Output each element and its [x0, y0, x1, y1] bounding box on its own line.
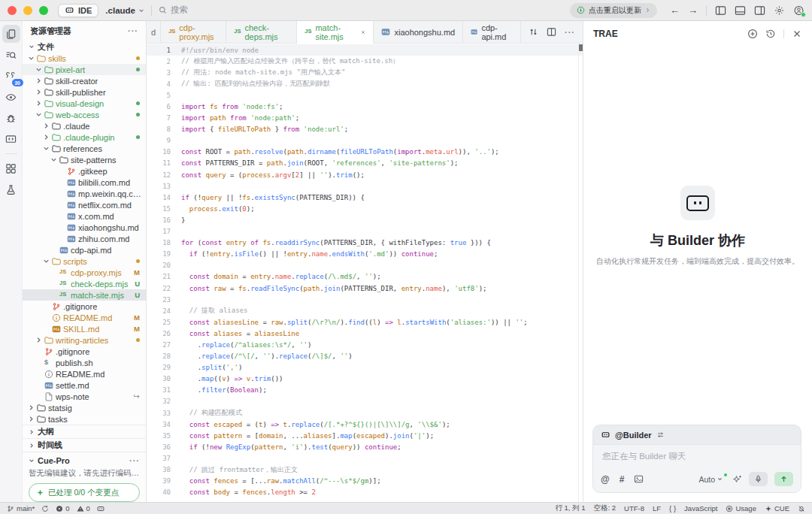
code-line[interactable]: 1#!/usr/bin/env node: [147, 44, 583, 56]
code-line[interactable]: 21 const domain = entry.name.replace(/\.…: [147, 271, 583, 283]
tree-item[interactable]: .gitignore: [23, 346, 146, 357]
activity-debug-icon[interactable]: [2, 109, 20, 127]
tree-item[interactable]: .claude: [23, 120, 146, 132]
tree-item[interactable]: JSmatch-site.mjsU: [23, 289, 146, 301]
code-line[interactable]: 29 .split(','): [147, 362, 583, 373]
tree-item[interactable]: README.md: [23, 368, 146, 379]
close-panel-icon[interactable]: [792, 29, 802, 39]
tree-item[interactable]: site-patterns: [23, 154, 146, 165]
close-window-button[interactable]: [8, 6, 17, 15]
tree-item[interactable]: xiaohongshu.md: [23, 222, 146, 233]
toggle-bottom-panel-button[interactable]: [735, 5, 746, 16]
tree-item[interactable]: bilibili.com.md: [23, 177, 146, 188]
status-item-0[interactable]: 0: [56, 504, 69, 512]
activity-test-icon[interactable]: [2, 180, 20, 198]
code-line[interactable]: 24 // 提取 aliases: [147, 305, 583, 316]
tree-item[interactable]: pixel-art: [23, 64, 146, 75]
status-item-usage[interactable]: Usage: [726, 504, 756, 512]
open-changes-icon[interactable]: [529, 27, 538, 37]
tree-item[interactable]: README.mdM: [23, 312, 146, 323]
activity-apps-icon[interactable]: [2, 159, 20, 177]
activity-remote-icon[interactable]: [2, 130, 20, 148]
editor-tab[interactable]: xiaohongshu.md: [374, 21, 463, 43]
minimize-window-button[interactable]: [23, 6, 32, 15]
close-tab-icon[interactable]: [361, 29, 365, 35]
code-line[interactable]: 20: [147, 260, 583, 271]
code-line[interactable]: 30 .map((v) => v.trim()): [147, 373, 583, 385]
restart-to-update-button[interactable]: 点击重启以更新: [570, 3, 657, 18]
ide-mode-badge[interactable]: IDE: [58, 4, 98, 17]
code-line[interactable]: 26 const aliases = aliasesLine: [147, 328, 583, 339]
code-line[interactable]: 2// 根据用户输入匹配站点经验文件（跨平台，替代 match-site.sh）: [147, 56, 583, 67]
code-line[interactable]: 16}: [147, 214, 583, 225]
code-line[interactable]: 7import path from 'node:path';: [147, 113, 583, 124]
code-line[interactable]: 18for (const entry of fs.readdirSync(PAT…: [147, 237, 583, 249]
status-item-0[interactable]: 0: [77, 504, 90, 512]
tree-item[interactable]: SKILL.mdM: [23, 323, 146, 334]
editor-tab[interactable]: JScheck-deps.mjs: [226, 21, 297, 43]
split-editor-icon[interactable]: [547, 27, 556, 37]
model-mode-dropdown[interactable]: Auto: [698, 475, 726, 484]
mention-icon[interactable]: @: [601, 475, 610, 484]
maximize-window-button[interactable]: [39, 6, 48, 15]
history-icon[interactable]: [765, 29, 776, 39]
new-chat-icon[interactable]: [747, 29, 758, 39]
cuepro-status-badge[interactable]: 已处理 0/0 个变更点: [29, 483, 140, 502]
editor-tab-partial[interactable]: d: [147, 21, 161, 43]
code-line[interactable]: 9: [147, 135, 583, 147]
tree-item[interactable]: web-access: [23, 109, 146, 120]
outline-section-header[interactable]: 大纲: [23, 425, 146, 438]
code-editor[interactable]: 1#!/usr/bin/env node2// 根据用户输入匹配站点经验文件（跨…: [147, 44, 583, 502]
tree-item[interactable]: JScdp-proxy.mjsM: [23, 267, 146, 278]
activity-preview-icon[interactable]: [2, 88, 20, 106]
code-line[interactable]: 38 // 跳过 frontmatter，输出正文: [147, 464, 583, 475]
code-line[interactable]: 23: [147, 294, 583, 305]
status-item-utf-8[interactable]: UTF-8: [624, 504, 644, 512]
status-item-lf[interactable]: LF: [653, 504, 661, 512]
activity-reviews-icon[interactable]: 30: [2, 67, 20, 85]
toggle-right-panel-button[interactable]: [754, 5, 765, 16]
tree-item[interactable]: settle.md: [23, 379, 146, 391]
global-search[interactable]: 搜索: [159, 5, 188, 16]
tree-item[interactable]: scripts: [23, 255, 146, 267]
code-line[interactable]: 33 // 构建匹配模式: [147, 407, 583, 419]
code-line[interactable]: 40 const body = fences.length >= 2: [147, 487, 583, 498]
status-item--1-1[interactable]: 行 1, 列 1: [555, 503, 585, 513]
image-attach-icon[interactable]: [634, 474, 644, 484]
code-line[interactable]: 22 const raw = fs.readFileSync(path.join…: [147, 283, 583, 294]
status-item--2[interactable]: 空格: 2: [594, 503, 617, 513]
editor-tab[interactable]: cdp-api.md: [463, 21, 521, 43]
context-hash-icon[interactable]: #: [620, 475, 625, 484]
code-line[interactable]: 4// 输出: 匹配到的站点经验内容，无匹配则静默: [147, 78, 583, 89]
code-line[interactable]: 3// 用法: node match-site.mjs "用户输入文本": [147, 67, 583, 78]
activity-files-icon[interactable]: [2, 25, 20, 43]
code-line[interactable]: 11const PATTERNS_DIR = path.join(ROOT, '…: [147, 158, 583, 169]
code-line[interactable]: 5: [147, 89, 583, 101]
project-selector[interactable]: .claude: [105, 6, 144, 15]
toggle-left-panel-button[interactable]: [715, 5, 726, 16]
tree-item[interactable]: tasks: [23, 413, 146, 425]
voice-input-button[interactable]: [749, 472, 768, 486]
code-line[interactable]: 19 if (!entry.isFile() || !entry.name.en…: [147, 249, 583, 260]
editor-more-button[interactable]: ···: [565, 28, 575, 37]
code-line[interactable]: 25 const aliasesLine = raw.split(/\r?\n/…: [147, 316, 583, 328]
chat-input[interactable]: [593, 445, 801, 472]
tree-item[interactable]: writing-articles: [23, 334, 146, 346]
editor-tab[interactable]: JSmatch-site.mjs: [297, 21, 374, 44]
settings-gear-icon[interactable]: [774, 5, 785, 16]
explorer-more-button[interactable]: ···: [128, 26, 138, 35]
code-line[interactable]: 32: [147, 396, 583, 407]
status-item-cue[interactable]: CUE: [765, 504, 789, 512]
status-item[interactable]: [798, 505, 805, 512]
tree-item[interactable]: .claude-plugin: [23, 132, 146, 143]
code-line[interactable]: 17: [147, 226, 583, 237]
tree-item[interactable]: references: [23, 143, 146, 154]
enhance-prompt-icon[interactable]: [732, 474, 742, 484]
tree-item[interactable]: .gitkeep: [23, 165, 146, 177]
account-icon[interactable]: [793, 5, 804, 16]
tree-item[interactable]: netflix.com.md: [23, 199, 146, 210]
code-line[interactable]: 31 .filter(Boolean);: [147, 385, 583, 396]
code-line[interactable]: 39 const fences = [...raw.matchAll(/^---…: [147, 476, 583, 487]
code-line[interactable]: 13: [147, 180, 583, 192]
tree-item[interactable]: .gitignore: [23, 301, 146, 312]
